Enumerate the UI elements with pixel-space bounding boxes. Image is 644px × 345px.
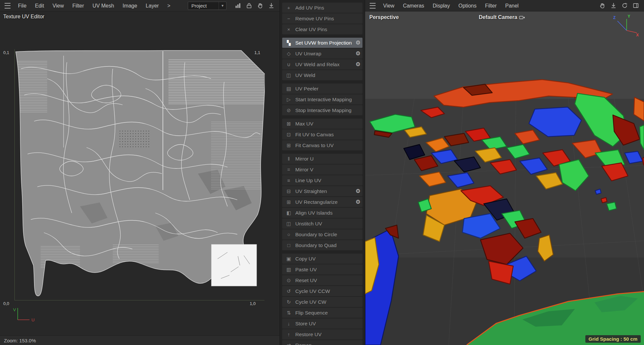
pan-hand-icon[interactable]	[597, 1, 607, 10]
command-unstitch-uv[interactable]: ◫Unstitch UV	[282, 219, 362, 229]
command-align-uv-islands[interactable]: ◧Align UV Islands	[282, 208, 362, 218]
command-label: Restore UV	[295, 332, 322, 337]
hamburger-menu-icon[interactable]	[5, 3, 10, 9]
hamburger-menu-icon[interactable]	[370, 3, 376, 9]
command-mirror-v[interactable]: =Mirror V	[282, 164, 362, 175]
gear-icon[interactable]: ⚙	[354, 199, 361, 205]
uv-menu-filter[interactable]: Filter	[68, 0, 88, 11]
uv-menu-view[interactable]: View	[48, 0, 68, 11]
command-label: Copy UV	[295, 256, 316, 262]
command-label: Unstitch UV	[295, 221, 322, 227]
command-uv-peeler[interactable]: ▤UV Peeler	[282, 84, 362, 94]
lock-icon[interactable]	[244, 1, 254, 10]
gizmo-z-label: Z	[613, 15, 615, 20]
command-remap[interactable]: ⇄Remap	[282, 340, 362, 345]
gear-icon[interactable]: ⚙	[354, 188, 361, 195]
vp-menu-view[interactable]: View	[379, 0, 399, 11]
flip-sequence-icon: ⇅	[285, 310, 292, 316]
clear-uv-pins-icon: ×	[285, 27, 292, 32]
arrow-down-dock-icon[interactable]	[609, 1, 618, 10]
vp-menu-cameras[interactable]: Cameras	[399, 0, 428, 11]
boundary-to-circle-icon: ○	[285, 232, 292, 237]
command-label: Line Up UV	[295, 178, 321, 183]
uv-menu-more[interactable]: >	[163, 0, 175, 11]
vp-menu-panel[interactable]: Panel	[501, 0, 523, 11]
pan-hand-icon[interactable]	[255, 1, 265, 10]
command-set-uvw-from-projection[interactable]: ▚Set UVW from Projection⚙	[282, 38, 362, 48]
command-label: Align UV Islands	[295, 210, 333, 216]
command-label: Remove UV Pins	[295, 16, 334, 22]
view-mode-label[interactable]: Perspective	[369, 14, 399, 20]
axis-u-label: U	[31, 317, 34, 322]
command-restore-uv[interactable]: ↑Restore UV	[282, 329, 362, 339]
command-group: ⊠Max UV⊡Fit UV to Canvas⊞Fit Canvas to U…	[282, 119, 362, 154]
uv-menu-image[interactable]: Image	[118, 0, 141, 11]
mirror-u-icon: ‖	[285, 156, 292, 162]
project-dropdown[interactable]: Project ▾	[188, 2, 226, 10]
command-remove-uv-pins[interactable]: −Remove UV Pins	[282, 13, 362, 24]
max-uv-icon: ⊠	[285, 121, 292, 127]
command-uv-weld-and-relax[interactable]: ∪UV Weld and Relax⚙	[282, 59, 362, 69]
camera-label[interactable]: Default Camera	[479, 14, 526, 20]
command-paste-uv[interactable]: ▥Paste UV	[282, 264, 362, 275]
arrow-down-dock-icon[interactable]	[266, 1, 276, 10]
command-group: ▚Set UVW from Projection⚙◇UV Unwrap⚙∪UV …	[282, 38, 362, 84]
viewport-3d-canvas[interactable]: Perspective Default Camera Y Z X Grid Sp…	[365, 11, 644, 345]
world-map-3d[interactable]	[365, 11, 644, 345]
stop-interactive-mapping-icon: ⊘	[285, 107, 292, 113]
command-uv-rectangularize[interactable]: ⊞UV Rectangularize⚙	[282, 197, 362, 207]
axis-gizmo[interactable]: Y Z X	[609, 13, 639, 37]
command-fit-canvas-to-uv[interactable]: ⊞Fit Canvas to UV	[282, 140, 362, 150]
command-label: Store UV	[295, 321, 316, 327]
command-uv-straighten[interactable]: ⊟UV Straighten⚙	[282, 186, 362, 196]
add-uv-pins-icon: +	[285, 5, 292, 10]
vp-menu-filter[interactable]: Filter	[481, 0, 501, 11]
command-copy-uv[interactable]: ▣Copy UV	[282, 254, 362, 264]
uv-wireframe-map[interactable]	[14, 49, 265, 301]
command-label: Mirror V	[295, 167, 313, 173]
command-clear-uv-pins[interactable]: ×Clear UV Pins	[282, 24, 362, 34]
vp-menu-display[interactable]: Display	[428, 0, 454, 11]
cycle-uv-ccw-icon: ↺	[285, 288, 292, 294]
viewport-toolbar-icons	[597, 1, 641, 10]
command-label: Flip Sequence	[295, 310, 328, 316]
command-store-uv[interactable]: ↓Store UV	[282, 318, 362, 329]
camera-swap-icon[interactable]	[519, 15, 526, 20]
command-start-interactive-mapping[interactable]: ▷Start Interactive Mapping	[282, 94, 362, 105]
uv-editor-menubar: FileEditViewFilterUV MeshImageLayer> Pro…	[0, 0, 280, 11]
command-boundary-to-quad[interactable]: □Boundary to Quad	[282, 240, 362, 250]
command-flip-sequence[interactable]: ⇅Flip Sequence	[282, 308, 362, 318]
maximize-panel-icon[interactable]	[631, 1, 641, 10]
command-label: UV Unwrap	[295, 51, 321, 57]
gear-icon[interactable]: ⚙	[354, 39, 361, 46]
command-max-uv[interactable]: ⊠Max UV	[282, 119, 362, 129]
command-mirror-u[interactable]: ‖Mirror U	[282, 154, 362, 164]
vp-menu-options[interactable]: Options	[454, 0, 481, 11]
command-boundary-to-circle[interactable]: ○Boundary to Circle	[282, 229, 362, 240]
gizmo-y-label: Y	[628, 14, 630, 19]
rotate-view-icon[interactable]	[620, 1, 630, 10]
uv-canvas[interactable]: Texture UV Editor 0,1 1,1 0,0 1,0	[0, 11, 280, 335]
gear-icon[interactable]: ⚙	[354, 61, 361, 68]
command-uv-unwrap[interactable]: ◇UV Unwrap⚙	[282, 48, 362, 59]
command-uv-weld[interactable]: ◫UV Weld	[282, 70, 362, 80]
uv-menu-edit[interactable]: Edit	[31, 0, 49, 11]
viewport-panel: ViewCamerasDisplayOptionsFilterPanel	[365, 0, 644, 345]
command-stop-interactive-mapping[interactable]: ⊘Stop Interactive Mapping	[282, 105, 362, 115]
command-add-uv-pins[interactable]: +Add UV Pins	[282, 3, 362, 13]
uv-menu-layer[interactable]: Layer	[142, 0, 163, 11]
uv-menu-file[interactable]: File	[14, 0, 31, 11]
uv-menu-uv-mesh[interactable]: UV Mesh	[88, 0, 118, 11]
command-cycle-uv-ccw[interactable]: ↺Cycle UV CCW	[282, 286, 362, 296]
command-label: UV Straighten	[295, 188, 327, 194]
uv-island-bright[interactable]	[211, 244, 257, 286]
command-line-up-uv[interactable]: ≡Line Up UV	[282, 175, 362, 185]
command-cycle-uv-cw[interactable]: ↻Cycle UV CW	[282, 297, 362, 307]
command-label: Fit Canvas to UV	[295, 143, 334, 148]
fit-uv-to-canvas-icon: ⊡	[285, 132, 292, 138]
gear-icon[interactable]: ⚙	[354, 50, 361, 57]
command-reset-uv[interactable]: ⊙Reset UV	[282, 275, 362, 285]
histogram-icon[interactable]	[233, 1, 243, 10]
command-fit-uv-to-canvas[interactable]: ⊡Fit UV to Canvas	[282, 129, 362, 140]
chevron-down-icon[interactable]: ▾	[219, 2, 226, 10]
